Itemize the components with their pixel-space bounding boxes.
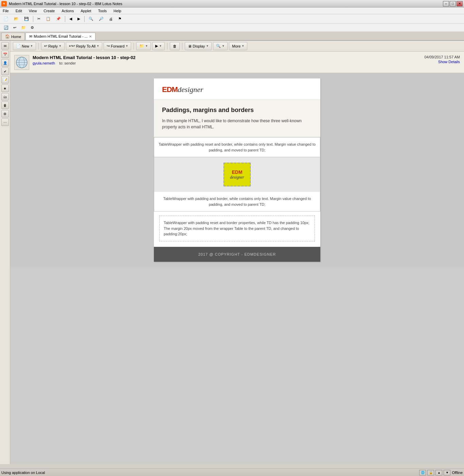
tab-close-icon[interactable]: ✕ bbox=[89, 35, 92, 38]
maximize-button[interactable]: □ bbox=[450, 1, 456, 6]
window-title: Modern HTML Email Tutorial - lesson 10 -… bbox=[9, 2, 122, 6]
delete-button[interactable]: 🗑 bbox=[170, 42, 180, 50]
sidebar: ✉ 📅 👤 ✔ 📝 ★ 🗂 🗑 ⚙ ⋯ bbox=[0, 41, 10, 464]
menu-tools[interactable]: Tools bbox=[97, 8, 108, 14]
avatar bbox=[14, 55, 29, 70]
sidebar-icon-notes[interactable]: 📝 bbox=[1, 76, 9, 84]
menu-help[interactable]: Help bbox=[112, 8, 123, 14]
edm-logo-designer: designer bbox=[178, 85, 203, 94]
minimize-button[interactable]: – bbox=[443, 1, 449, 6]
sidebar-icon-more[interactable]: ⋯ bbox=[1, 118, 9, 126]
menu-applet[interactable]: Applet bbox=[79, 8, 92, 14]
edm-logo-edm: EDM bbox=[162, 85, 178, 94]
tb-btn-r1[interactable]: 🔄 bbox=[1, 24, 11, 32]
paddings-title: Paddings, margins and borders bbox=[162, 107, 312, 114]
send-icon: ▶ bbox=[155, 44, 158, 48]
menu-view[interactable]: View bbox=[28, 8, 38, 14]
status-icon-network: 🌐 bbox=[419, 470, 426, 475]
tw-row3-wrapper: TableWrapper with padding reset and bord… bbox=[154, 212, 320, 247]
folder-arrow: ▼ bbox=[145, 44, 148, 48]
reply-all-arrow: ▼ bbox=[96, 44, 99, 48]
menu-actions[interactable]: Actions bbox=[60, 8, 75, 14]
menu-file[interactable]: File bbox=[1, 8, 10, 14]
tb-btn-zoom-out[interactable]: 🔎 bbox=[96, 15, 106, 23]
forward-icon: ↪ bbox=[107, 44, 110, 48]
tb-btn-r4[interactable]: ⚙ bbox=[28, 24, 36, 32]
search-toolbar-button[interactable]: 🔍 ▼ bbox=[213, 42, 228, 50]
tw-row3: TableWrapper with padding reset and bord… bbox=[159, 216, 315, 241]
tb-btn-save[interactable]: 💾 bbox=[22, 15, 31, 23]
sidebar-icon-trash[interactable]: 🗑 bbox=[1, 102, 9, 109]
tb-btn-open[interactable]: 📂 bbox=[12, 15, 21, 23]
email-from: gyula.nemeth to: sender bbox=[33, 61, 421, 65]
sidebar-icon-mail[interactable]: ✉ bbox=[1, 42, 9, 50]
tb-btn-r3[interactable]: 📁 bbox=[19, 24, 28, 32]
email-body: EDMdesigner Paddings, margins and border… bbox=[10, 73, 464, 267]
sidebar-icon-contacts[interactable]: 👤 bbox=[1, 59, 9, 67]
reply-all-label: Reply To All bbox=[76, 44, 95, 48]
tb-btn-new-doc[interactable]: 📄 bbox=[1, 15, 11, 23]
show-details-link[interactable]: Show Details bbox=[438, 60, 460, 64]
title-bar-left: N Modern HTML Email Tutorial - lesson 10… bbox=[1, 1, 122, 6]
tb-btn-paste[interactable]: 📌 bbox=[54, 15, 63, 23]
sender-link[interactable]: gyula.nemeth bbox=[33, 61, 55, 65]
email-date-area: 04/09/2017 11:57 AM Show Details bbox=[424, 55, 460, 64]
tb-btn-print[interactable]: 🖨 bbox=[107, 15, 115, 23]
tab-email-label: Modern HTML Email Tutorial - ... bbox=[34, 34, 88, 38]
email-content-wrapper: EDMdesigner Paddings, margins and border… bbox=[154, 78, 320, 262]
act-sep2 bbox=[133, 43, 134, 50]
sidebar-icon-archive[interactable]: 🗂 bbox=[1, 93, 9, 100]
tb-btn-flag[interactable]: ⚑ bbox=[116, 15, 124, 23]
reply-icon: ↩ bbox=[44, 44, 47, 48]
sidebar-icon-tasks[interactable]: ✔ bbox=[1, 68, 9, 75]
menu-create[interactable]: Create bbox=[42, 8, 56, 14]
sidebar-icon-settings[interactable]: ⚙ bbox=[1, 110, 9, 117]
reply-arrow: ▼ bbox=[59, 44, 61, 48]
tab-email[interactable]: ✉ Modern HTML Email Tutorial - ... ✕ bbox=[25, 33, 95, 40]
tb-btn-copy[interactable]: 📋 bbox=[43, 15, 53, 23]
action-toolbar: 📄 New ▼ ↩ Reply ▼ ↩↩ Reply To All ▼ ↪ Fo… bbox=[10, 41, 464, 52]
table-wrapper-section-1: TableWrapper with padding reset and bord… bbox=[154, 137, 320, 247]
act-sep1 bbox=[38, 43, 39, 50]
status-bar: Using application on Local 🌐 🔒 ▲ ▼ Offli… bbox=[0, 469, 464, 476]
email-footer: 2017 @ COPYRIGHT - EDMDESIGNER bbox=[154, 247, 320, 262]
app-icon: N bbox=[1, 1, 7, 6]
tb-btn-cut[interactable]: ✂ bbox=[35, 15, 43, 23]
act-sep4 bbox=[182, 43, 182, 50]
more-label: More bbox=[232, 44, 240, 48]
sidebar-icon-star[interactable]: ★ bbox=[1, 85, 9, 92]
new-button[interactable]: 📄 New ▼ bbox=[13, 42, 36, 50]
search-icon: 🔍 bbox=[216, 44, 221, 48]
close-button[interactable]: ✕ bbox=[457, 1, 463, 6]
email-header: Modern HTML Email Tutorial - lesson 10 -… bbox=[10, 52, 464, 73]
more-arrow: ▼ bbox=[242, 44, 244, 48]
forward-button[interactable]: ↪ Forward ▼ bbox=[104, 42, 131, 50]
tw-image-row: EDM designer bbox=[154, 157, 320, 192]
menu-edit[interactable]: Edit bbox=[14, 8, 23, 14]
reply-all-button[interactable]: ↩↩ Reply To All ▼ bbox=[66, 42, 102, 50]
reply-button[interactable]: ↩ Reply ▼ bbox=[41, 42, 65, 50]
sidebar-icon-calendar[interactable]: 📅 bbox=[1, 51, 9, 58]
reply-label: Reply bbox=[48, 44, 58, 48]
email-subject: Modern HTML Email Tutorial - lesson 10 -… bbox=[33, 55, 421, 60]
send-button[interactable]: ▶ ▼ bbox=[152, 42, 165, 50]
title-bar-buttons[interactable]: – □ ✕ bbox=[443, 1, 463, 6]
reply-all-icon: ↩↩ bbox=[69, 44, 75, 48]
display-button[interactable]: 🖥 Display ▼ bbox=[185, 42, 212, 50]
new-arrow: ▼ bbox=[30, 44, 33, 48]
send-arrow: ▼ bbox=[159, 44, 162, 48]
to-label: to: bbox=[59, 61, 64, 65]
folder-button[interactable]: 📁 ▼ bbox=[136, 42, 151, 50]
status-right: 🌐 🔒 ▲ ▼ Offline bbox=[419, 470, 463, 475]
tabs-bar: 🏠 Home ✉ Modern HTML Email Tutorial - ..… bbox=[0, 32, 464, 41]
tb-btn-r2[interactable]: ↩ bbox=[11, 24, 19, 32]
tb-btn-forward-nav[interactable]: ▶ bbox=[75, 15, 83, 23]
more-button[interactable]: More ▼ bbox=[229, 42, 247, 50]
tb-btn-back[interactable]: ◀ bbox=[67, 15, 74, 23]
tb-btn-zoom-in[interactable]: 🔍 bbox=[86, 15, 96, 23]
new-label: New bbox=[22, 44, 29, 48]
display-arrow: ▼ bbox=[206, 44, 209, 48]
footer-text: 2017 @ COPYRIGHT - EDMDESIGNER bbox=[198, 252, 276, 256]
toolbar-sep2 bbox=[65, 16, 65, 22]
tab-home[interactable]: 🏠 Home bbox=[1, 33, 25, 40]
